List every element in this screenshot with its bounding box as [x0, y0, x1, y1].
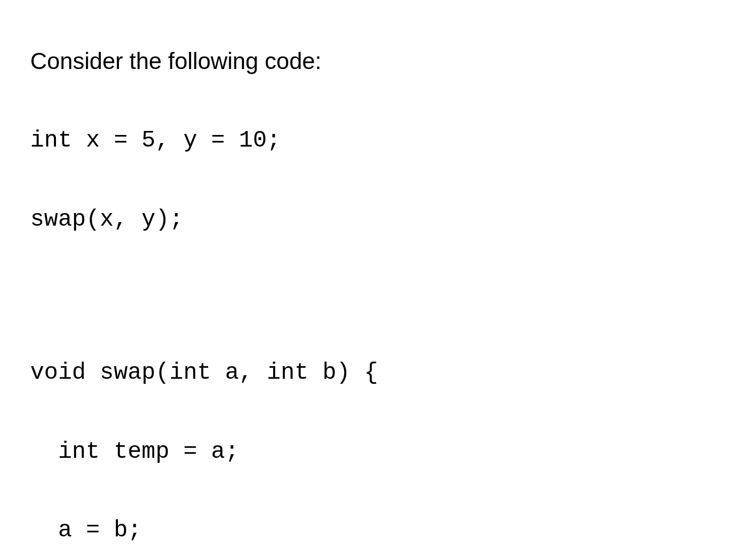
code-block-2: void swap(int a, int b) { int temp = a; … [30, 314, 726, 552]
code-line: a = b; [30, 511, 726, 550]
intro-text: Consider the following code: [30, 45, 726, 77]
code-line: int temp = a; [30, 432, 726, 471]
code-line: void swap(int a, int b) { [30, 353, 726, 392]
code-line: int x = 5, y = 10; [30, 121, 726, 160]
code-block-1: int x = 5, y = 10; swap(x, y); [30, 82, 726, 279]
code-line: swap(x, y); [30, 200, 726, 239]
